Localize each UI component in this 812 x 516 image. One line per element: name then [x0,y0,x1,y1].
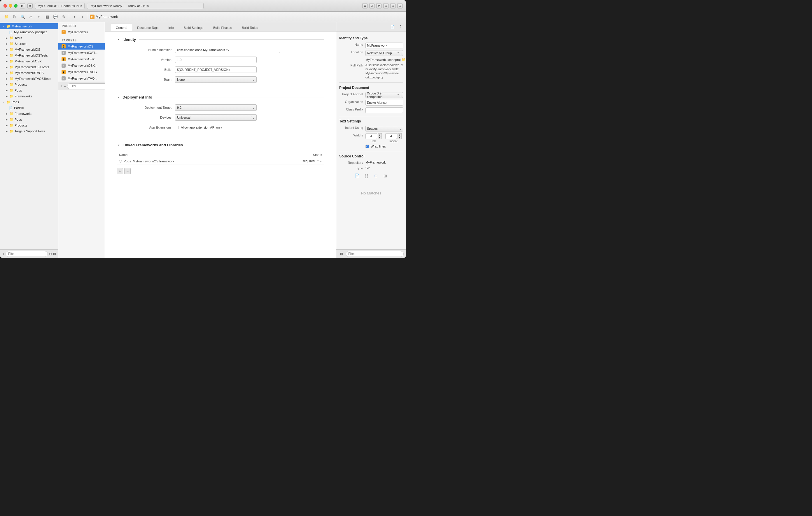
disc-sources[interactable]: ▶ [5,42,9,46]
full-path-reveal-icon[interactable]: ⊙ [401,63,403,67]
sidebar-item-pods-1[interactable]: ▶ 📁 Pods [0,87,58,93]
inspector-icon-grid[interactable]: ⊞ [382,172,389,179]
indent-width-stepper[interactable]: ▲ ▼ [398,133,402,139]
inspector-class-prefix-input[interactable] [366,107,403,113]
middle-item-target-tvos[interactable]: 📱 MyFrameworkTVOS [58,69,105,75]
tab-build-rules[interactable]: Build Rules [237,24,263,31]
deployment-target-select[interactable]: 9.2 ⌃⌄ [175,104,257,111]
app-extensions-checkbox[interactable] [175,126,178,129]
folder-view-btn[interactable]: 📁 [3,13,10,21]
disc-frameworks-1[interactable]: ▶ [5,94,9,98]
inspector-icon-code[interactable]: { } [363,172,370,179]
inspector-filter-input[interactable] [346,251,404,257]
sidebar-item-products-1[interactable]: ▶ 📁 Products [0,82,58,87]
toolbar-toggle-btn[interactable]: ☰ [362,3,368,8]
editor-btn[interactable]: ⊞ [383,3,388,8]
bundle-identifier-input[interactable] [175,47,280,53]
disc-pods-1[interactable]: ▶ [5,88,9,92]
inspector-icon-file[interactable]: 📄 [354,172,361,179]
wrap-lines-checkbox[interactable]: ✓ [366,145,369,148]
disc-products-2[interactable]: ▶ [5,123,9,127]
team-select[interactable]: None ⌃⌄ [175,77,257,83]
folder-picker-icon[interactable]: 📁 [402,58,406,62]
inspector-project-format-select[interactable]: Xcode 3.2-compatible ⌃⌄ [366,92,403,98]
layout-btn[interactable]: ⊟ [390,3,396,8]
remove-target-btn[interactable]: − [64,83,66,89]
minimize-button[interactable] [9,4,12,7]
indent-width-down[interactable]: ▼ [398,136,402,139]
add-target-btn[interactable]: + [61,83,63,89]
breadcrumb[interactable]: MyFr...orkiOS › iPhone 6s Plus [35,3,85,9]
sidebar-item-myframework-root[interactable]: ▾ 📁 MyFramework [0,23,58,29]
middle-item-target-ios[interactable]: 📱 MyFrameworkiOS [58,43,105,50]
warning-btn[interactable]: ⚠ [27,13,34,21]
panel-btn[interactable]: ⊡ [397,3,403,8]
maximize-button[interactable] [14,4,18,7]
inspector-file-btn[interactable]: 📄 [389,24,396,30]
tab-info[interactable]: Info [163,24,178,31]
search-toolbar-btn[interactable]: 🔍 [19,13,26,21]
nav-back-btn[interactable]: ‹ [71,13,78,21]
version-input[interactable] [175,57,257,63]
inspector-organization-input[interactable] [366,100,403,105]
sidebar-item-products-2[interactable]: ▶ 📁 Products [0,122,58,128]
disc-pods-2[interactable]: ▶ [5,118,9,122]
disc-osxtests[interactable]: ▶ [5,65,9,69]
tab-width-up[interactable]: ▲ [378,133,382,136]
sidebar-item-podspec[interactable]: 📄 MyFramework.podspec [0,29,58,35]
linked-disclosure[interactable]: ▾ [117,143,121,147]
breakpoint-btn[interactable]: ◇ [36,13,42,21]
disc-iostests[interactable]: ▶ [5,53,9,57]
sidebar-item-myframeworktvos[interactable]: ▶ 📁 MyFrameworkTVOS [0,70,58,76]
add-file-btn[interactable]: + [2,251,4,257]
disc-tests[interactable]: ▶ [5,36,9,40]
deployment-disclosure[interactable]: ▾ [117,95,121,99]
speech-btn[interactable]: 💬 [52,13,59,21]
hierarchy-btn[interactable]: ⎘ [11,13,18,21]
middle-item-target-iostest[interactable]: T MyFrameworkiOST... [58,50,105,56]
devices-select[interactable]: Universal ⌃⌄ [175,114,257,121]
disc-tvos[interactable]: ▶ [5,71,9,75]
close-button[interactable] [3,4,7,7]
middle-filter-input[interactable] [67,83,105,89]
middle-item-target-tvostest[interactable]: T MyFrameworkTVO... [58,75,105,82]
sidebar-item-pods-root[interactable]: ▾ 📁 Pods [0,99,58,105]
add-framework-btn[interactable]: + [117,168,123,174]
build-input[interactable] [175,66,257,73]
sidebar-item-targets-support[interactable]: ▶ 📁 Targets Support Files [0,128,58,134]
middle-item-project[interactable]: P MyFramework [58,29,105,35]
sidebar-item-pods-2[interactable]: ▶ 📁 Pods [0,117,58,122]
filter-scope-btn[interactable]: ⊞ [53,251,56,257]
nav-forward-btn[interactable]: › [79,13,86,21]
tab-width-down[interactable]: ▼ [378,136,382,139]
identity-disclosure[interactable]: ▾ [117,38,121,42]
activity-btn[interactable]: ⊙ [369,3,375,8]
indent-width-up[interactable]: ▲ [398,133,402,136]
sidebar-item-podfile[interactable]: 📄 Podfile [0,105,58,111]
tab-build-settings[interactable]: Build Settings [179,24,208,31]
sidebar-item-myframeworkios[interactable]: ▶ 📁 MyFrameworkiOS [0,47,58,53]
disc-ios[interactable]: ▶ [5,48,9,52]
tab-width-input[interactable] [366,133,377,139]
sidebar-item-frameworks-1[interactable]: ▶ 📁 Frameworks [0,93,58,99]
sidebar-filter-input[interactable] [5,251,48,257]
disc-osx[interactable]: ▶ [5,59,9,63]
disc-frameworks-2[interactable]: ▶ [5,112,9,116]
tab-width-stepper[interactable]: ▲ ▼ [378,133,382,139]
tab-build-phases[interactable]: Build Phases [208,24,237,31]
inspector-name-input[interactable] [366,42,403,49]
sidebar-item-frameworks-2[interactable]: ▶ 📁 Frameworks [0,111,58,117]
middle-item-target-osx[interactable]: 📱 MyFrameworkOSX [58,56,105,62]
framework-status-stepper[interactable]: ⌃⌄ [317,159,322,163]
remove-framework-btn[interactable]: − [124,168,130,174]
sidebar-item-myframeworkiostests[interactable]: ▶ 📁 MyFrameworkiOSTests [0,53,58,58]
middle-item-target-osxtest[interactable]: T MyFrameworkOSX... [58,62,105,69]
inspector-indent-using-select[interactable]: Spaces ⌃⌄ [366,126,403,131]
tab-resource-tags[interactable]: Resource Tags [132,24,163,31]
disclosure-myframework[interactable]: ▾ [2,24,6,28]
sidebar-item-myframeworkosxtests[interactable]: ▶ 📁 MyFrameworkOSXTests [0,64,58,70]
indent-width-input[interactable] [385,133,397,139]
filter-options-btn[interactable]: ⊙ [49,251,52,257]
tab-general[interactable]: General [111,24,132,31]
sidebar-item-sources[interactable]: ▶ 📁 Sources [0,41,58,47]
